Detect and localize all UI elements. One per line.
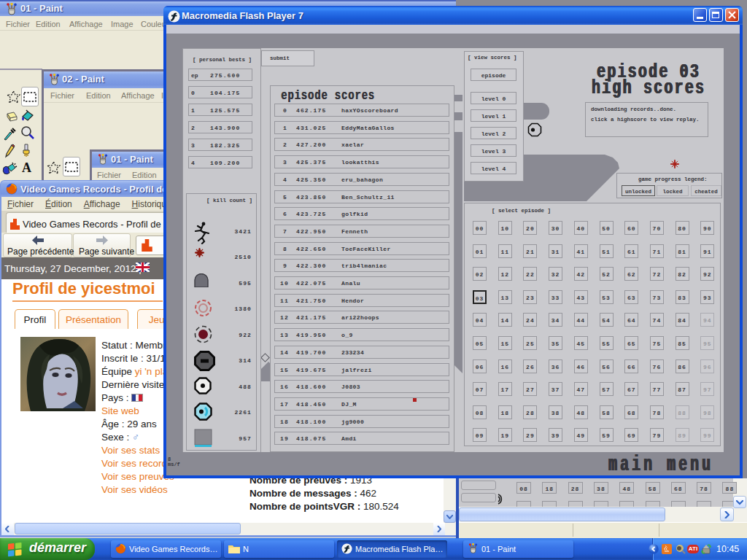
svg-text:A: A bbox=[22, 161, 31, 174]
